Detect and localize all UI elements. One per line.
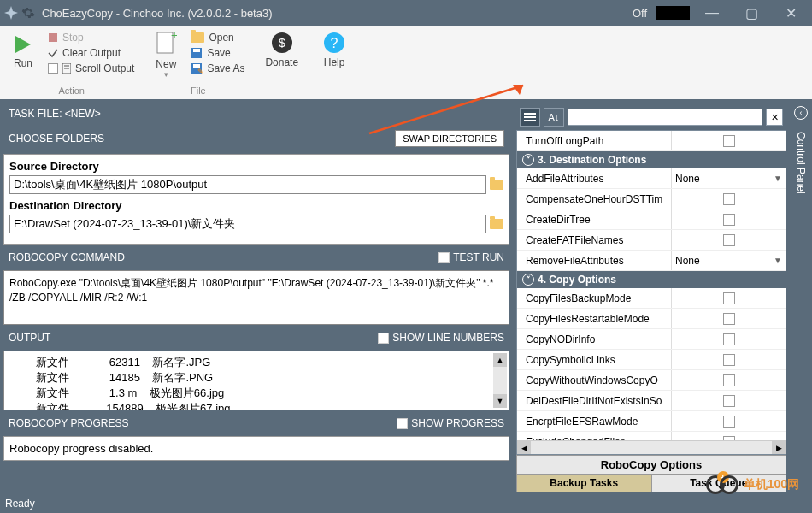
ribbon: Run Stop Clear Output Scroll Output Acti… — [0, 26, 812, 101]
dest-label: Destination Directory — [9, 199, 503, 212]
titlebar: ChoEazyCopy - Cinchoo Inc. (v2.0.0.2 - b… — [0, 0, 812, 26]
folders-panel: Source Directory Destination Directory — [3, 154, 509, 245]
open-button[interactable]: Open — [187, 31, 248, 44]
prop-checkbox[interactable] — [723, 333, 735, 345]
run-button[interactable]: Run — [5, 27, 41, 75]
progress-header: ROBOCOPY PROGRESS SHOW PROGRESS — [3, 414, 509, 433]
new-button[interactable]: + New ▾ — [148, 27, 184, 82]
dropdown-icon[interactable]: ▼ — [774, 256, 782, 265]
tab-backup-tasks[interactable]: Backup Tasks — [517, 475, 652, 492]
off-indicator — [656, 6, 690, 20]
expand-icon[interactable]: ‹ — [794, 106, 808, 120]
prop-search-clear[interactable]: ✕ — [766, 109, 783, 126]
prop-row[interactable]: AddFileAttributesNone▼ — [517, 168, 786, 189]
stop-button[interactable]: Stop — [44, 31, 138, 44]
minimize-button[interactable]: — — [695, 3, 729, 23]
gear-icon[interactable] — [21, 6, 35, 20]
source-input[interactable] — [9, 175, 486, 194]
left-pane: TASK FILE: <NEW> CHOOSE FOLDERS SWAP DIR… — [0, 101, 513, 496]
source-label: Source Directory — [9, 160, 503, 173]
prop-row[interactable]: CopyFilesRestartableMode — [517, 309, 786, 329]
maximize-button[interactable]: ▢ — [734, 3, 768, 23]
prop-row[interactable]: EncrptFileEFSRawMode — [517, 411, 786, 432]
svg-text:?: ? — [331, 36, 338, 50]
browse-dest-icon[interactable] — [490, 219, 503, 229]
prop-checkbox[interactable] — [723, 234, 735, 246]
prop-checkbox[interactable] — [723, 193, 735, 205]
app-title: ChoEazyCopy - Cinchoo Inc. (v2.0.0.2 - b… — [42, 7, 273, 20]
svg-rect-18 — [524, 116, 536, 118]
output-header: OUTPUT SHOW LINE NUMBERS — [3, 328, 509, 347]
close-button[interactable]: ✕ — [774, 3, 808, 23]
tab-task-queue[interactable]: Task Queue — [652, 475, 786, 492]
file-group-label: File — [191, 86, 206, 96]
output-scrollbar[interactable]: ▲▼ — [493, 353, 507, 408]
swap-directories-button[interactable]: SWAP DIRECTORIES — [395, 130, 504, 147]
prop-row[interactable]: CreateDirTree — [517, 209, 786, 230]
testrun-checkbox[interactable] — [438, 252, 450, 263]
help-button[interactable]: ? Help — [315, 27, 353, 72]
statusbar: Ready — [0, 496, 812, 513]
choose-folders-header: CHOOSE FOLDERS SWAP DIRECTORIES — [3, 127, 509, 150]
app-icon — [4, 6, 18, 20]
show-lines-checkbox[interactable] — [378, 333, 389, 344]
collapse-icon[interactable]: ˅ — [522, 154, 534, 166]
svg-rect-17 — [524, 113, 536, 115]
right-pane: A↓ ✕ TurnOffLongPath ˅3. Destination Opt… — [513, 101, 790, 496]
taskfile-header: TASK FILE: <NEW> — [3, 104, 509, 123]
prop-checkbox[interactable] — [723, 292, 735, 304]
prop-checkbox[interactable] — [723, 313, 735, 325]
categorized-button[interactable] — [520, 108, 540, 127]
property-grid[interactable]: TurnOffLongPath ˅3. Destination Options … — [516, 130, 786, 455]
prop-checkbox[interactable] — [723, 354, 735, 366]
collapse-icon[interactable]: ˅ — [522, 274, 534, 286]
folder-icon — [191, 32, 204, 43]
clear-output-button[interactable]: Clear Output — [44, 46, 138, 60]
prop-category-4[interactable]: ˅4. Copy Options — [517, 271, 786, 288]
off-label: Off — [633, 7, 647, 20]
command-header: ROBOCOPY COMMAND TEST RUN — [3, 248, 509, 267]
svg-text:+: + — [171, 31, 177, 42]
prop-checkbox[interactable] — [723, 214, 735, 226]
save-as-button[interactable]: ✎Save As — [187, 62, 248, 75]
svg-marker-0 — [4, 6, 18, 20]
prop-row[interactable]: DelDestFileDirIfNotExistsInSo — [517, 391, 786, 411]
prop-checkbox[interactable] — [723, 374, 735, 386]
prop-row[interactable]: CopyFilesBackupMode — [517, 288, 786, 309]
scroll-output-button[interactable]: Scroll Output — [44, 62, 138, 75]
svg-rect-9 — [193, 49, 200, 52]
prop-row[interactable]: RemoveFileAttributesNone▼ — [517, 251, 786, 271]
prop-row[interactable]: CopySymbolicLinks — [517, 350, 786, 370]
dest-input[interactable] — [9, 215, 486, 233]
progress-text: Robocopy progress disabled. — [3, 436, 509, 461]
svg-rect-2 — [49, 33, 57, 42]
prop-category-3[interactable]: ˅3. Destination Options — [517, 151, 786, 168]
prop-search-input[interactable] — [568, 109, 762, 126]
output-box[interactable]: 新文件 62311 新名字.JPG 新文件 14185 新名字.PNG 新文件 … — [3, 351, 509, 410]
prop-checkbox[interactable] — [723, 416, 735, 428]
action-group-label: Action — [58, 86, 85, 96]
prop-toolbar: A↓ ✕ — [516, 104, 786, 130]
alphabetical-button[interactable]: A↓ — [544, 108, 564, 127]
svg-rect-19 — [524, 120, 536, 121]
control-panel-sidebar[interactable]: ‹ Control Panel — [790, 101, 812, 496]
save-button[interactable]: Save — [187, 46, 248, 60]
prop-hscrollbar[interactable]: ◀▶ — [517, 440, 786, 454]
robocopy-options-label: RoboCopy Options — [516, 455, 786, 475]
prop-row[interactable]: CopyNODirInfo — [517, 329, 786, 350]
prop-row[interactable]: CreateFATFileNames — [517, 230, 786, 251]
dropdown-icon[interactable]: ▼ — [774, 174, 782, 183]
browse-source-icon[interactable] — [490, 180, 503, 190]
donate-button[interactable]: $ Donate — [258, 27, 305, 72]
footer-tabs: Backup Tasks Task Queue — [516, 475, 786, 492]
prop-row[interactable]: CompensateOneHourDSTTim — [517, 189, 786, 209]
prop-row: TurnOffLongPath — [517, 131, 786, 151]
show-progress-checkbox[interactable] — [397, 418, 408, 429]
prop-row[interactable]: CopyWithoutWindowsCopyO — [517, 370, 786, 391]
command-text[interactable]: RoboCopy.exe "D:\tools\桌面\4K壁纸图片 1080P\o… — [3, 270, 509, 325]
prop-checkbox[interactable] — [723, 395, 735, 407]
svg-text:✎: ✎ — [197, 68, 203, 74]
svg-marker-1 — [15, 36, 31, 53]
svg-text:$: $ — [279, 36, 285, 50]
